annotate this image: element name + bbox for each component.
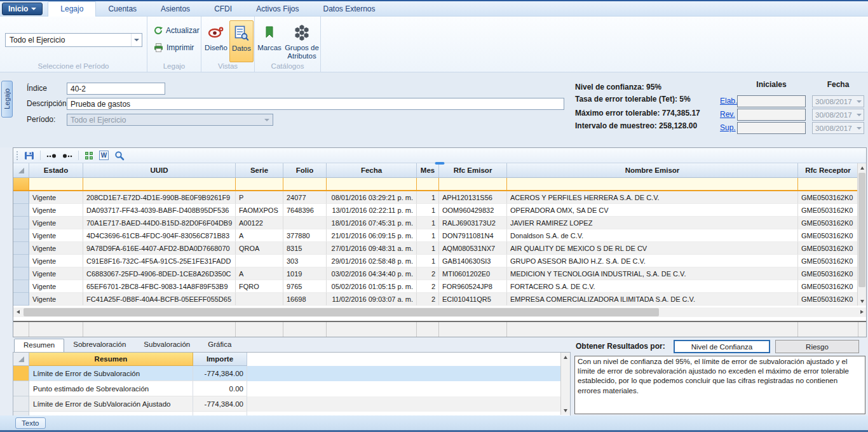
descripcion-field[interactable]: Prueba de gastos bbox=[67, 98, 564, 110]
col-header-fecha[interactable]: Fecha bbox=[327, 163, 417, 177]
tab-asientos[interactable]: Asientos bbox=[149, 1, 202, 17]
period-combobox[interactable]: Todo el Ejercicio bbox=[5, 33, 142, 47]
tab-grafica[interactable]: Gráfica bbox=[199, 339, 240, 352]
row-indicator[interactable] bbox=[13, 204, 29, 217]
sign-link-sup[interactable]: Sup. bbox=[720, 123, 736, 132]
tab-sobrevaloracion[interactable]: Sobrevaloración bbox=[64, 339, 135, 352]
toolbar-grip[interactable] bbox=[17, 151, 18, 160]
row-indicator[interactable] bbox=[13, 242, 29, 255]
dots-leading-icon[interactable] bbox=[46, 151, 57, 160]
summary-row[interactable]: Punto estimado de Sobrevaloración0.00 bbox=[13, 381, 570, 396]
save-icon[interactable] bbox=[24, 151, 34, 161]
col-header-folio[interactable]: Folio bbox=[283, 163, 327, 177]
combo-arrow[interactable] bbox=[131, 34, 142, 46]
tab-cfdi[interactable]: CFDI bbox=[202, 1, 244, 17]
summary-corner-cell[interactable] bbox=[13, 353, 29, 366]
filter-cell-folio[interactable] bbox=[283, 178, 327, 190]
marcas-button[interactable]: Marcas bbox=[255, 20, 283, 62]
imprimir-button[interactable]: Imprimir bbox=[154, 43, 194, 52]
grid-layout-icon[interactable] bbox=[85, 151, 93, 160]
actualizar-button[interactable]: Actualizar bbox=[154, 26, 200, 35]
word-export-icon[interactable]: W bbox=[99, 151, 109, 160]
table-row[interactable]: Vigente65EF6701-2BC8-4FBC-9083-14A8F89F5… bbox=[13, 280, 866, 293]
scroll-down-button[interactable] bbox=[561, 406, 570, 415]
riesgo-button[interactable]: Riesgo bbox=[775, 340, 859, 353]
nivel-confianza-button[interactable]: Nivel de Confianza bbox=[674, 340, 770, 353]
sign-link-rev[interactable]: Rev. bbox=[720, 110, 735, 119]
filter-indicator-cell[interactable] bbox=[13, 178, 29, 190]
tab-cuentas[interactable]: Cuentas bbox=[96, 1, 149, 17]
table-row[interactable]: Vigente4D4C3696-61CB-4FDC-904F-83056C871… bbox=[13, 229, 866, 242]
scroll-left-button[interactable] bbox=[13, 307, 22, 316]
diseno-button[interactable]: Diseño bbox=[203, 20, 229, 62]
initials-field-elab[interactable] bbox=[737, 95, 806, 107]
dots-trailing-icon[interactable] bbox=[62, 151, 72, 160]
periodo-combobox[interactable]: Todo el Ejercicio bbox=[67, 114, 273, 126]
scrollbar-thumb[interactable] bbox=[858, 173, 865, 287]
table-row[interactable]: VigenteC6883067-25FD-4906-8DED-1CE8A26D3… bbox=[13, 267, 866, 280]
col-header-nombre-emisor[interactable]: Nombre Emisor bbox=[507, 163, 798, 177]
row-indicator[interactable] bbox=[13, 191, 29, 204]
datos-button[interactable]: Datos bbox=[229, 20, 254, 62]
date-combo-sup[interactable]: 30/08/2017 bbox=[812, 122, 864, 134]
tab-activos-fijos[interactable]: Activos Fijos bbox=[244, 1, 311, 17]
summary-row[interactable]: Límite de Error de SubValoración Ajustad… bbox=[13, 396, 570, 412]
row-indicator[interactable] bbox=[13, 280, 29, 293]
filter-cell-rfc-emisor[interactable] bbox=[439, 178, 507, 190]
col-header-estado[interactable]: Estado bbox=[29, 163, 83, 177]
row-indicator[interactable] bbox=[13, 366, 29, 381]
indice-field[interactable]: 40-2 bbox=[67, 83, 165, 95]
sign-link-elab[interactable]: Elab. bbox=[720, 97, 737, 105]
filter-cell-mes[interactable] bbox=[417, 178, 439, 190]
filter-cell-serie[interactable] bbox=[236, 178, 283, 190]
row-indicator[interactable] bbox=[13, 267, 29, 280]
table-row[interactable]: Vigente70A1E717-BAED-44D0-B15D-82D0F6F04… bbox=[13, 217, 866, 229]
row-indicator[interactable] bbox=[13, 217, 29, 229]
scrollbar-thumb[interactable] bbox=[24, 308, 659, 316]
tab-subvaloracion[interactable]: Subvaloración bbox=[135, 339, 199, 352]
grupos-atributos-button[interactable]: Grupos de Atributos bbox=[284, 20, 320, 62]
table-row[interactable]: VigenteFC41A25F-0B8F-40A4-BCFB-05EEFF055… bbox=[13, 293, 866, 306]
filter-cell-nombre-emisor[interactable] bbox=[507, 178, 798, 190]
row-indicator[interactable] bbox=[13, 229, 29, 242]
inicio-button[interactable]: Inicio bbox=[2, 3, 43, 15]
col-header-rfc-emisor[interactable]: Rfc Emisor bbox=[439, 163, 507, 177]
splitter-handle[interactable] bbox=[435, 162, 445, 165]
date-combo-elab[interactable]: 30/08/2017 bbox=[812, 95, 864, 107]
table-row[interactable]: VigenteDA093717-FF43-4039-BABF-D408B95DF… bbox=[13, 204, 866, 217]
grid-horizontal-scrollbar[interactable] bbox=[13, 307, 866, 317]
scroll-up-button[interactable] bbox=[858, 163, 867, 172]
filter-cell-rfc-receptor[interactable] bbox=[798, 178, 858, 190]
summary-row[interactable]: Límite de Error de Subvaloración-774,384… bbox=[13, 366, 570, 381]
filter-cell-uuid[interactable] bbox=[83, 178, 236, 190]
row-indicator[interactable] bbox=[13, 381, 29, 396]
side-tab-legajo[interactable]: Legajo bbox=[1, 81, 13, 118]
filter-cell-fecha[interactable] bbox=[327, 178, 417, 190]
table-row[interactable]: Vigente208CD1E7-E72D-4D1E-990B-8E0F9B926… bbox=[13, 191, 866, 204]
col-header-uuid[interactable]: UUID bbox=[83, 163, 236, 177]
table-row[interactable]: VigenteC91E8F16-732C-4F5A-91C5-25E1FE31F… bbox=[13, 255, 866, 267]
search-icon[interactable] bbox=[114, 151, 125, 161]
col-header-rfc-receptor[interactable]: Rfc Receptor bbox=[798, 163, 858, 177]
scroll-up-button[interactable] bbox=[561, 353, 570, 361]
grid-vertical-scrollbar[interactable] bbox=[857, 163, 866, 306]
date-combo-rev[interactable]: 30/08/2017 bbox=[812, 109, 864, 121]
summary-col-importe[interactable]: Importe bbox=[193, 353, 247, 366]
initials-field-sup[interactable] bbox=[737, 122, 806, 134]
initials-field-rev[interactable] bbox=[737, 109, 806, 121]
filter-cell-estado[interactable] bbox=[29, 178, 83, 190]
summary-vertical-scrollbar[interactable] bbox=[560, 353, 570, 415]
scroll-right-button[interactable] bbox=[857, 307, 866, 316]
col-header-mes[interactable]: Mes bbox=[417, 163, 439, 177]
grid-corner-cell[interactable] bbox=[13, 163, 29, 177]
summary-col-resumen[interactable]: Resumen bbox=[29, 353, 193, 366]
tab-legajo[interactable]: Legajo bbox=[48, 1, 96, 17]
row-indicator[interactable] bbox=[13, 396, 29, 412]
row-indicator[interactable] bbox=[13, 255, 29, 267]
texto-button[interactable]: Texto bbox=[15, 417, 46, 429]
row-indicator[interactable] bbox=[13, 293, 29, 306]
tab-datos-externos[interactable]: Datos Externos bbox=[311, 1, 387, 17]
tab-resumen[interactable]: Resumen bbox=[14, 339, 64, 352]
table-row[interactable]: Vigente9A78D9FA-616E-4407-AFD2-BDA0D7668… bbox=[13, 242, 866, 255]
col-header-serie[interactable]: Serie bbox=[236, 163, 283, 177]
